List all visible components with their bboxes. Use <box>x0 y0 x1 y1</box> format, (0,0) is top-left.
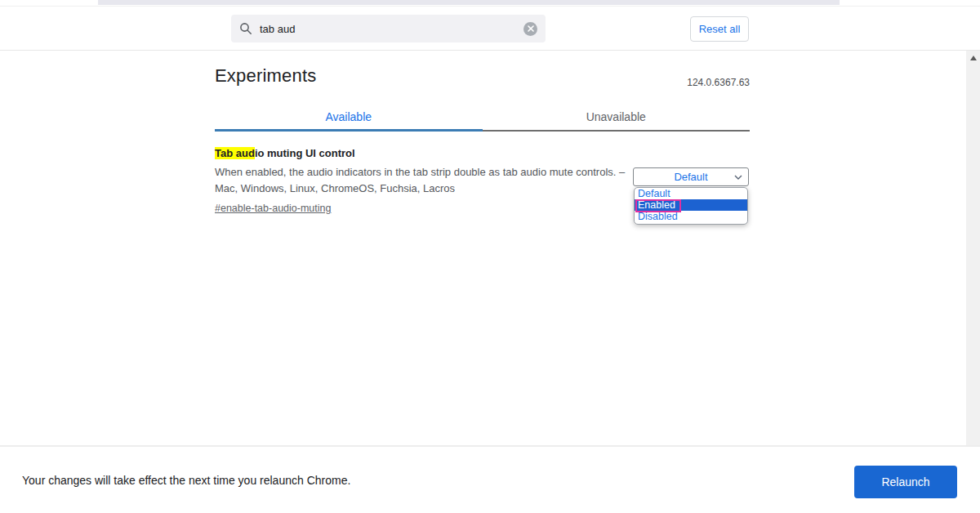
tab-unavailable[interactable]: Unavailable <box>483 108 751 132</box>
flag-permalink[interactable]: #enable-tab-audio-muting <box>215 203 331 214</box>
select-dropdown: Default Enabled Disabled <box>634 187 748 225</box>
relaunch-button[interactable]: Relaunch <box>854 466 957 498</box>
reset-all-button[interactable]: Reset all <box>690 16 749 42</box>
option-default[interactable]: Default <box>635 188 747 199</box>
flag-title-rest: io muting UI control <box>255 147 355 159</box>
flag-select[interactable]: Default <box>633 167 749 186</box>
tab-available[interactable]: Available <box>215 108 483 132</box>
search-icon <box>239 22 252 35</box>
tabs: Available Unavailable <box>215 108 750 132</box>
chevron-down-icon <box>734 175 742 180</box>
flag-entry: Tab audio muting UI control When enabled… <box>215 147 627 215</box>
select-value: Default <box>674 171 707 183</box>
flag-title: Tab audio muting UI control <box>215 147 627 160</box>
search-box[interactable] <box>231 15 546 42</box>
search-match-highlight: Tab aud <box>215 147 255 159</box>
search-input[interactable] <box>260 23 516 35</box>
chrome-flags-page: Reset all Experiments 124.0.6367.63 Avai… <box>0 0 980 513</box>
version-label: 124.0.6367.63 <box>687 77 750 88</box>
scrollbar[interactable] <box>966 51 980 445</box>
clear-icon[interactable] <box>523 22 537 36</box>
option-enabled[interactable]: Enabled <box>635 199 747 211</box>
option-disabled[interactable]: Disabled <box>635 211 747 222</box>
flags-header: Reset all <box>0 0 980 51</box>
footer-message: Your changes will take effect the next t… <box>22 447 350 513</box>
scroll-up-icon[interactable] <box>970 56 977 60</box>
flag-description: When enabled, the audio indicators in th… <box>215 164 627 197</box>
page-title: Experiments <box>215 65 316 87</box>
relaunch-bar: Your changes will take effect the next t… <box>0 447 980 513</box>
